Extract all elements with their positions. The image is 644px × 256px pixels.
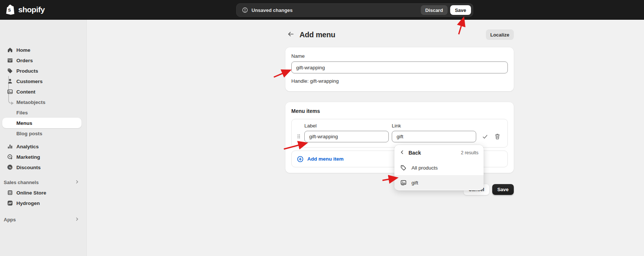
- dropdown-option-gift[interactable]: gift: [394, 175, 484, 190]
- chevron-left-icon: [400, 149, 404, 156]
- home-icon: [7, 47, 13, 53]
- menu-item-label-input[interactable]: [304, 131, 389, 142]
- content-icon: [7, 89, 13, 95]
- orders-icon: [7, 57, 13, 64]
- products-tag-icon: [7, 68, 13, 74]
- analytics-icon: [7, 143, 13, 150]
- sidebar-item-analytics[interactable]: Analytics: [2, 141, 81, 152]
- topbar-save-button[interactable]: Save: [450, 5, 471, 15]
- discard-button[interactable]: Discard: [421, 5, 448, 15]
- sidebar-item-hydrogen[interactable]: Hydrogen: [2, 198, 81, 208]
- customers-icon: [7, 78, 13, 85]
- sidebar-item-discounts[interactable]: % Discounts: [2, 162, 81, 173]
- online-store-icon: [7, 190, 13, 196]
- back-button[interactable]: [286, 30, 295, 39]
- drag-handle-icon: [297, 133, 301, 139]
- menu-name-input[interactable]: [291, 61, 508, 73]
- dropdown-back-row[interactable]: Back 2 results: [394, 145, 484, 160]
- tag-icon: [400, 165, 407, 171]
- dropdown-option-all-products[interactable]: All products: [394, 160, 484, 175]
- sidebar-item-customers[interactable]: Customers: [2, 76, 81, 86]
- hydrogen-icon: [7, 200, 13, 206]
- sidebar: Home Orders Products Customers Content: [0, 20, 87, 256]
- drag-handle[interactable]: [293, 130, 304, 142]
- sidebar-item-menus-selected[interactable]: Menus: [2, 118, 81, 128]
- sidebar-section-apps[interactable]: Apps: [2, 214, 81, 225]
- marketing-icon: [7, 154, 13, 160]
- topbar: S shopify Unsaved changes Discard Save: [0, 0, 644, 20]
- menu-item-row: Label Link: [291, 119, 508, 148]
- product-image-icon: [400, 180, 407, 186]
- save-button[interactable]: Save: [492, 184, 514, 195]
- sidebar-item-orders[interactable]: Orders: [2, 55, 81, 66]
- page-header: Add menu Localize: [285, 28, 514, 41]
- dropdown-results-count: 2 results: [461, 150, 478, 155]
- name-field-label: Name: [291, 53, 508, 59]
- chevron-right-icon: [75, 180, 79, 185]
- alert-icon: [242, 7, 248, 13]
- localize-button[interactable]: Localize: [486, 29, 514, 40]
- add-menu-item-label: Add menu item: [307, 156, 344, 162]
- sidebar-item-metaobjects[interactable]: Metaobjects: [2, 97, 81, 107]
- sidebar-section-sales-channels[interactable]: Sales channels: [2, 177, 81, 187]
- unsaved-changes-message: Unsaved changes: [251, 7, 293, 13]
- confirm-menu-item-button[interactable]: [480, 132, 490, 142]
- annotation-arrow-gift-option: [382, 178, 395, 180]
- label-field-group: Label: [304, 123, 389, 142]
- menu-items-title: Menu items: [291, 108, 508, 114]
- page-title: Add menu: [299, 31, 335, 39]
- sidebar-item-home[interactable]: Home: [2, 45, 81, 55]
- shopify-logo[interactable]: S shopify: [6, 4, 45, 15]
- handle-text: Handle: gift-wrapping: [291, 78, 508, 84]
- svg-text:S: S: [8, 8, 11, 12]
- delete-menu-item-button[interactable]: [493, 132, 502, 142]
- link-field-group: Link: [392, 123, 476, 142]
- chevron-right-icon: [75, 217, 79, 222]
- label-field-label: Label: [304, 123, 389, 129]
- menu-name-card: Name Handle: gift-wrapping: [285, 47, 514, 91]
- unsaved-changes-bar: Unsaved changes Discard Save: [236, 3, 473, 17]
- svg-text:%: %: [9, 166, 11, 169]
- back-arrow-icon: [287, 31, 294, 39]
- sidebar-item-products[interactable]: Products: [2, 66, 81, 76]
- sidebar-item-files[interactable]: Files: [2, 107, 81, 118]
- link-search-dropdown: Back 2 results All products gift: [394, 145, 484, 190]
- link-field-label: Link: [392, 123, 476, 129]
- shopify-wordmark: shopify: [18, 5, 45, 14]
- trash-icon: [494, 133, 500, 140]
- sidebar-item-online-store[interactable]: Online Store: [2, 187, 81, 198]
- menu-item-link-input[interactable]: [392, 131, 476, 142]
- sidebar-item-content[interactable]: Content: [2, 86, 81, 97]
- shopify-bag-icon: S: [6, 4, 16, 15]
- sidebar-item-marketing[interactable]: Marketing: [2, 152, 81, 162]
- check-icon: [482, 134, 488, 140]
- sidebar-item-blog-posts[interactable]: Blog posts: [2, 128, 81, 139]
- discounts-icon: %: [7, 164, 13, 171]
- plus-circle-icon: [297, 156, 304, 162]
- dropdown-back-label: Back: [408, 150, 421, 156]
